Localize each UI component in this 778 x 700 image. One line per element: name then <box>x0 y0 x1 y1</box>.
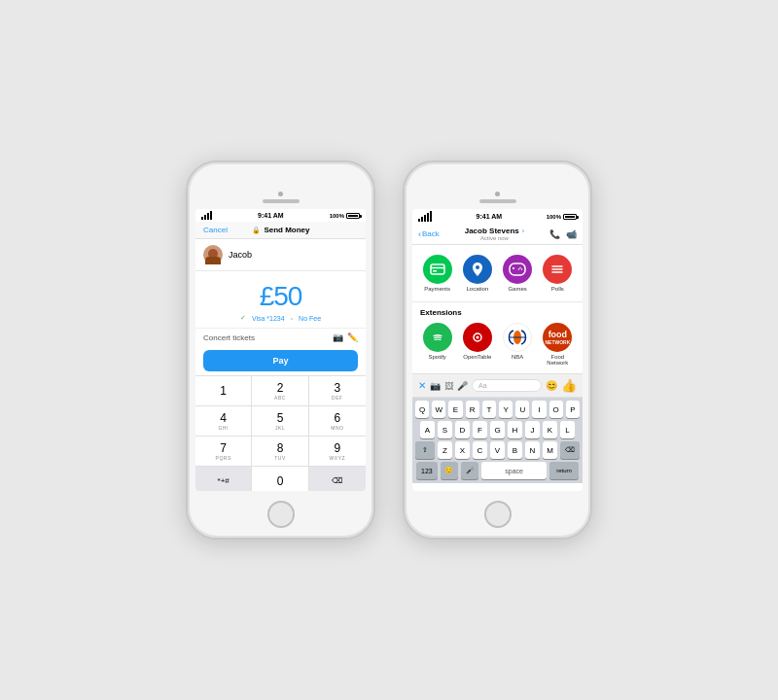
ext-nba[interactable]: NBA <box>501 323 535 366</box>
key-j[interactable]: J <box>525 421 540 438</box>
home-button-1[interactable] <box>267 501 295 528</box>
key-m[interactable]: M <box>543 441 557 459</box>
image-input-icon[interactable]: 🖼 <box>444 381 453 391</box>
key-4[interactable]: 4 GHI <box>195 406 252 437</box>
extensions-section: Extensions Spotify <box>412 302 583 374</box>
key-2[interactable]: 2 ABC <box>252 376 308 406</box>
key-b[interactable]: B <box>508 441 522 459</box>
key-t[interactable]: T <box>482 401 496 418</box>
video-icon[interactable]: 📹 <box>566 229 577 239</box>
delete-key[interactable]: ⌫ <box>560 441 580 459</box>
status-icons-1: 100% <box>330 213 360 219</box>
vol-down-button[interactable] <box>186 274 188 292</box>
action-payments[interactable]: Payments <box>420 255 454 292</box>
home-button-2[interactable] <box>484 501 512 528</box>
key-9[interactable]: 9 WXYZ <box>309 437 366 467</box>
amount-display[interactable]: £50 <box>260 281 302 312</box>
key-x[interactable]: X <box>455 441 470 459</box>
power-button[interactable] <box>373 269 375 293</box>
key-3[interactable]: 3 DEF <box>309 376 366 406</box>
ext-spotify[interactable]: Spotify <box>420 323 454 366</box>
spotify-label: Spotify <box>428 354 445 360</box>
vol-up-button[interactable] <box>186 250 188 267</box>
action-location[interactable]: Location <box>460 255 494 292</box>
payments-icon <box>423 255 452 284</box>
battery-percent-2: 100% <box>547 214 561 220</box>
key-special[interactable]: *+# <box>195 467 252 491</box>
keyboard-row-1: Q W E R T Y U I O P <box>412 398 583 418</box>
shift-key[interactable]: ⇧ <box>415 441 435 459</box>
bar4 <box>210 211 212 220</box>
spotify-icon <box>423 323 452 352</box>
bar1 <box>201 217 203 220</box>
camera-dot <box>278 192 283 196</box>
camera-icon[interactable]: 📷 <box>333 332 343 342</box>
cancel-button[interactable]: Cancel <box>203 226 228 234</box>
key-1[interactable]: 1 <box>195 376 252 406</box>
key-r[interactable]: R <box>466 401 479 418</box>
key-c[interactable]: C <box>473 441 487 459</box>
power-button-2[interactable] <box>590 269 592 293</box>
return-key[interactable]: return <box>549 462 579 479</box>
key-e[interactable]: E <box>448 401 462 418</box>
call-icon[interactable]: 📞 <box>549 229 560 239</box>
key-k[interactable]: K <box>543 421 557 438</box>
action-polls[interactable]: Polls <box>541 255 575 292</box>
key-d[interactable]: D <box>455 421 470 438</box>
key-8[interactable]: 8 TUV <box>252 437 308 467</box>
numbers-key[interactable]: 123 <box>416 462 438 479</box>
key-n[interactable]: N <box>525 441 540 459</box>
key-s[interactable]: S <box>438 421 452 438</box>
key-w[interactable]: W <box>432 401 445 418</box>
note-text[interactable]: Concert tickets <box>203 333 255 342</box>
status-bar-payment: 9:41 AM 100% <box>195 209 366 222</box>
key-u[interactable]: U <box>515 401 529 418</box>
svg-point-7 <box>519 267 521 269</box>
key-h[interactable]: H <box>508 421 522 438</box>
key-a[interactable]: A <box>420 421 435 438</box>
key-delete[interactable]: ⌫ <box>309 467 366 491</box>
key-v[interactable]: V <box>490 441 505 459</box>
key-f[interactable]: F <box>473 421 487 438</box>
battery-icon-1 <box>346 213 360 219</box>
action-games[interactable]: Games <box>501 255 535 292</box>
edit-icon[interactable]: ✏️ <box>347 332 358 342</box>
keyboard-bottom-row: 123 😊 🎤 space return <box>412 459 583 483</box>
ext-opentable[interactable]: OpenTable <box>460 323 494 366</box>
mic-input-icon[interactable]: 🎤 <box>457 381 468 391</box>
pay-button[interactable]: Pay <box>203 350 358 371</box>
close-input-icon[interactable]: ✕ <box>418 380 426 391</box>
emoji-key[interactable]: 😊 <box>441 462 458 479</box>
key-i[interactable]: I <box>532 401 546 418</box>
key-o[interactable]: O <box>549 401 563 418</box>
key-0[interactable]: 0 <box>252 467 308 491</box>
camera-input-icon[interactable]: 📷 <box>430 381 441 391</box>
emoji-input-icon[interactable]: 😊 <box>546 380 557 391</box>
back-button[interactable]: ‹ Back <box>418 229 440 239</box>
amount-section: £50 ✓ Visa *1234 • No Fee <box>195 271 366 328</box>
ext-food-network[interactable]: food NETWORK Food Network <box>541 323 575 366</box>
key-7[interactable]: 7 PQRS <box>195 437 252 467</box>
vol-down-button-2[interactable] <box>403 274 405 292</box>
key-z[interactable]: Z <box>438 441 452 459</box>
extensions-title: Extensions <box>420 308 575 317</box>
keyboard-row-2: A S D F G H J K L <box>412 418 583 438</box>
key-5[interactable]: 5 JKL <box>252 406 308 437</box>
space-key[interactable]: space <box>481 462 547 479</box>
vol-up-button-2[interactable] <box>403 250 405 267</box>
key-y[interactable]: Y <box>499 401 513 418</box>
key-6[interactable]: 6 MNO <box>309 406 366 437</box>
key-g[interactable]: G <box>490 421 505 438</box>
iphone-top-2 <box>405 162 590 209</box>
key-l[interactable]: L <box>560 421 575 438</box>
status-bar-messenger: 9:41 AM 100% <box>412 209 583 224</box>
key-q[interactable]: Q <box>415 401 429 418</box>
battery-percent-1: 100% <box>330 213 344 219</box>
checkmark-icon: ✓ <box>240 314 246 322</box>
lock-icon: 🔒 <box>252 227 261 234</box>
message-input[interactable]: Aa <box>472 379 542 392</box>
mic-key[interactable]: 🎤 <box>461 462 478 479</box>
key-p[interactable]: P <box>566 401 580 418</box>
payment-info: ✓ Visa *1234 • No Fee <box>240 314 321 322</box>
like-button[interactable]: 👍 <box>561 378 577 393</box>
